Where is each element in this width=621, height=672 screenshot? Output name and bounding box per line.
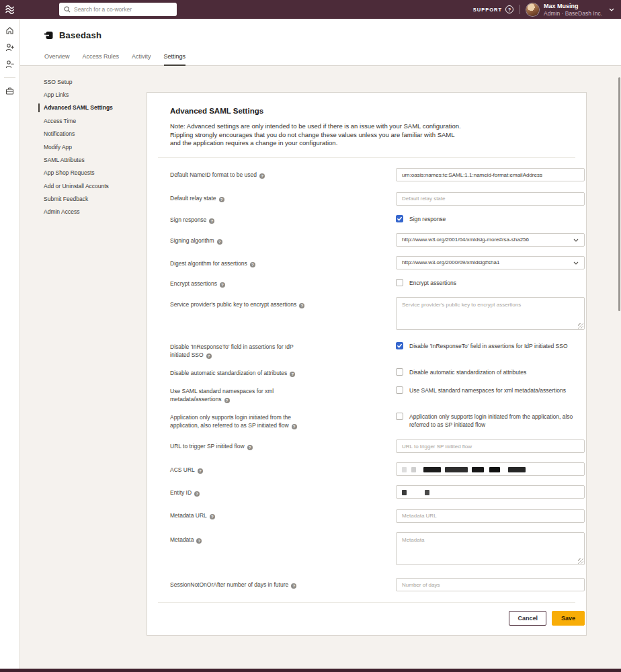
field-label-cell: Metadata?	[170, 532, 396, 568]
user-menu[interactable]: Max Musing Admin · BaseDash Inc.	[526, 3, 614, 17]
scrollbar[interactable]	[618, 77, 620, 311]
sidebar-item-app-links[interactable]: App Links	[44, 88, 113, 101]
help-icon[interactable]: ?	[220, 282, 225, 288]
sidebar-item-add-or-uninstall-accounts[interactable]: Add or Uninstall Accounts	[44, 179, 113, 192]
checkbox-label: Application only supports login initiate…	[409, 413, 585, 429]
form-row: Disable automatic standardization of att…	[170, 368, 585, 377]
checkbox[interactable]	[396, 342, 403, 349]
field-label-text: Disable automatic standardization of att…	[170, 370, 287, 376]
user-name: Max Musing	[544, 3, 602, 10]
sidebar-item-modify-app[interactable]: Modify App	[44, 140, 113, 153]
sidebar-item-admin-access[interactable]: Admin Access	[44, 206, 113, 218]
sidebar-item-access-time[interactable]: Access Time	[44, 114, 113, 127]
sidebar-item-submit-feedback[interactable]: Submit Feedback	[44, 192, 113, 205]
help-icon[interactable]: ?	[292, 424, 297, 429]
text-input[interactable]	[396, 439, 585, 453]
checkbox-label: Disable automatic standardization of att…	[409, 368, 526, 376]
help-icon[interactable]: ?	[219, 197, 224, 202]
briefcase-icon[interactable]	[5, 87, 14, 95]
checkbox-field: Encrypt assertions	[396, 279, 585, 287]
redacted-input[interactable]	[396, 485, 585, 499]
user-text: Max Musing Admin · BaseDash Inc.	[544, 3, 602, 17]
select-input[interactable]: http://www.w3.org/2000/09/xmldsig#sha1	[396, 256, 585, 269]
checkbox[interactable]	[396, 413, 403, 420]
text-input[interactable]	[396, 192, 585, 206]
chevron-down-icon	[573, 261, 579, 265]
help-icon[interactable]: ?	[194, 491, 200, 497]
support-label: SUPPORT	[473, 7, 502, 13]
field-label-text: Metadata URL	[170, 512, 207, 519]
tab-activity[interactable]: Activity	[132, 53, 151, 66]
text-input[interactable]	[396, 168, 585, 181]
field-label-cell: Metadata URL?	[170, 508, 396, 523]
search-input[interactable]	[74, 6, 172, 13]
add-user-icon[interactable]	[5, 43, 14, 52]
support-question-icon: ?	[505, 5, 513, 13]
field-label-text: Entity ID	[170, 489, 192, 496]
checkbox[interactable]	[396, 279, 403, 286]
form-row: Metadata?	[170, 532, 585, 568]
tab-overview[interactable]: Overview	[44, 53, 70, 66]
text-input[interactable]	[396, 509, 585, 523]
field-control	[396, 167, 585, 182]
field-label: SessionNotOnOrAfter number of days in fu…	[170, 581, 313, 589]
select-input[interactable]: http://www.w3.org/2001/04/xmldsig-more#r…	[396, 233, 585, 247]
field-label-cell: Encrypt assertions?	[170, 279, 396, 288]
field-control	[396, 462, 585, 476]
help-icon[interactable]: ?	[250, 262, 255, 267]
help-icon[interactable]: ?	[290, 372, 295, 377]
field-label-text: Default relay state	[170, 195, 216, 202]
checkbox-label: Use SAML standard namespaces for xml met…	[409, 386, 566, 394]
checkbox[interactable]	[396, 386, 403, 394]
tab-settings[interactable]: Settings	[164, 53, 186, 66]
text-input[interactable]	[396, 578, 585, 591]
sidebar-item-sso-setup[interactable]: SSO Setup	[44, 75, 113, 88]
advanced-saml-settings-panel: Advanced SAML Settings Note: Advanced se…	[147, 92, 587, 636]
redacted-text	[445, 467, 468, 472]
top-bar: SUPPORT ? Max Musing Admin · BaseDash In…	[0, 0, 621, 19]
form-row: Disable 'InResponseTo' field in assertio…	[170, 342, 585, 359]
field-label-cell: SessionNotOnOrAfter number of days in fu…	[170, 577, 396, 592]
field-control: Application only supports login initiate…	[396, 413, 585, 429]
sidebar-item-notifications[interactable]: Notifications	[44, 128, 113, 140]
help-icon[interactable]: ?	[198, 468, 203, 474]
checkbox-field: Disable automatic standardization of att…	[396, 368, 585, 376]
sidebar-item-advanced-saml-settings[interactable]: Advanced SAML Settings	[44, 101, 113, 114]
cancel-button[interactable]: Cancel	[509, 611, 546, 626]
rippling-logo-icon[interactable]	[0, 4, 20, 15]
sidebar-item-saml-attributes[interactable]: SAML Attributes	[44, 153, 113, 166]
sidebar-item-app-shop-requests[interactable]: App Shop Requests	[44, 167, 113, 179]
field-label-text: Use SAML standard namespaces for xml met…	[170, 388, 274, 403]
form-row: Metadata URL?	[170, 508, 585, 523]
field-label: Use SAML standard namespaces for xml met…	[170, 387, 313, 403]
help-icon[interactable]: ?	[259, 173, 265, 179]
checkbox[interactable]	[396, 368, 403, 376]
help-icon[interactable]: ?	[299, 303, 304, 308]
field-control	[396, 191, 585, 206]
help-icon[interactable]: ?	[209, 218, 214, 224]
field-label: Service provider's public key to encrypt…	[170, 300, 313, 308]
help-icon[interactable]: ?	[217, 239, 222, 245]
help-icon[interactable]: ?	[210, 514, 215, 519]
save-button[interactable]: Save	[552, 611, 585, 626]
help-icon[interactable]: ?	[291, 583, 296, 589]
redacted-text	[402, 467, 407, 472]
textarea-input[interactable]	[396, 297, 585, 330]
help-icon[interactable]: ?	[206, 353, 212, 359]
redacted-input[interactable]	[396, 462, 585, 476]
help-icon[interactable]: ?	[224, 398, 230, 403]
field-label-text: Digest algorithm for assertions	[170, 260, 247, 267]
search-icon	[64, 6, 71, 13]
help-icon[interactable]: ?	[247, 445, 253, 450]
help-icon[interactable]: ?	[196, 538, 202, 544]
tab-access-rules[interactable]: Access Rules	[83, 53, 120, 66]
textarea-input[interactable]	[396, 532, 585, 565]
form-row: Service provider's public key to encrypt…	[170, 297, 585, 333]
home-icon[interactable]	[5, 26, 14, 35]
field-label-text: Service provider's public key to encrypt…	[170, 301, 296, 308]
support-button[interactable]: SUPPORT ?	[473, 5, 513, 13]
form-row: Default NameID format to be used?	[170, 167, 585, 182]
checkbox[interactable]	[396, 215, 403, 222]
form-row: Application only supports login initiate…	[170, 413, 585, 429]
remove-user-icon[interactable]	[5, 60, 14, 69]
